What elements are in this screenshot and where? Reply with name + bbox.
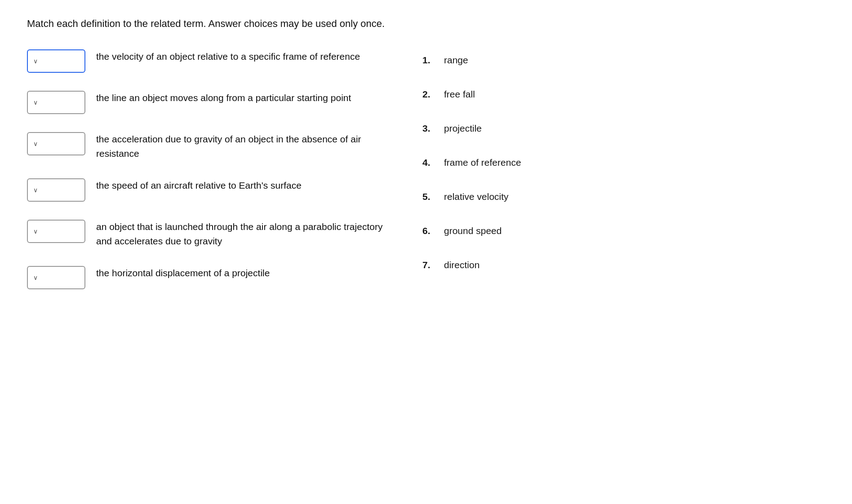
dropdown-2[interactable]: ∨ xyxy=(27,91,85,114)
answer-item-6: 6.ground speed xyxy=(422,225,825,236)
definition-text-1: the velocity of an object relative to a … xyxy=(96,48,395,64)
answer-number-3: 3. xyxy=(422,123,437,134)
chevron-down-icon: ∨ xyxy=(33,99,38,106)
answer-label-2: free fall xyxy=(444,89,475,100)
page-instruction: Match each definition to the related ter… xyxy=(27,18,825,30)
definition-row-2: ∨the line an object moves along from a p… xyxy=(27,89,395,114)
answer-label-7: direction xyxy=(444,260,479,270)
answer-number-6: 6. xyxy=(422,225,437,236)
chevron-down-icon: ∨ xyxy=(33,140,38,147)
answer-number-4: 4. xyxy=(422,157,437,168)
answer-item-5: 5.relative velocity xyxy=(422,191,825,202)
definition-text-6: the horizontal displacement of a project… xyxy=(96,264,395,280)
dropdown-6[interactable]: ∨ xyxy=(27,266,85,289)
dropdown-4[interactable]: ∨ xyxy=(27,178,85,202)
chevron-down-icon: ∨ xyxy=(33,274,38,281)
dropdown-3[interactable]: ∨ xyxy=(27,132,85,155)
answer-item-3: 3.projectile xyxy=(422,123,825,134)
chevron-down-icon: ∨ xyxy=(33,186,38,194)
definition-row-5: ∨an object that is launched through the … xyxy=(27,218,395,248)
answer-item-1: 1.range xyxy=(422,55,825,66)
answer-item-2: 2.free fall xyxy=(422,89,825,100)
answer-number-2: 2. xyxy=(422,89,437,100)
definition-row-4: ∨the speed of an aircraft relative to Ea… xyxy=(27,177,395,202)
answer-label-4: frame of reference xyxy=(444,157,521,168)
dropdown-5[interactable]: ∨ xyxy=(27,220,85,243)
dropdown-1[interactable]: ∨ xyxy=(27,49,85,73)
definition-text-2: the line an object moves along from a pa… xyxy=(96,89,395,105)
answers-column: 1.range2.free fall3.projectile4.frame of… xyxy=(395,48,825,294)
definitions-column: ∨the velocity of an object relative to a… xyxy=(27,48,395,305)
definition-row-6: ∨the horizontal displacement of a projec… xyxy=(27,264,395,289)
definition-text-3: the acceleration due to gravity of an ob… xyxy=(96,130,395,160)
answer-item-4: 4.frame of reference xyxy=(422,157,825,168)
definition-text-4: the speed of an aircraft relative to Ear… xyxy=(96,177,395,193)
chevron-down-icon: ∨ xyxy=(33,57,38,65)
answer-label-3: projectile xyxy=(444,123,482,134)
answer-label-5: relative velocity xyxy=(444,191,509,202)
definition-row-3: ∨the acceleration due to gravity of an o… xyxy=(27,130,395,160)
answer-label-6: ground speed xyxy=(444,225,501,236)
definition-text-5: an object that is launched through the a… xyxy=(96,218,395,248)
answer-number-1: 1. xyxy=(422,55,437,66)
answer-label-1: range xyxy=(444,55,468,66)
answer-item-7: 7.direction xyxy=(422,260,825,270)
answer-number-7: 7. xyxy=(422,260,437,270)
main-content: ∨the velocity of an object relative to a… xyxy=(27,48,825,305)
answer-number-5: 5. xyxy=(422,191,437,202)
chevron-down-icon: ∨ xyxy=(33,228,38,235)
definition-row-1: ∨the velocity of an object relative to a… xyxy=(27,48,395,73)
